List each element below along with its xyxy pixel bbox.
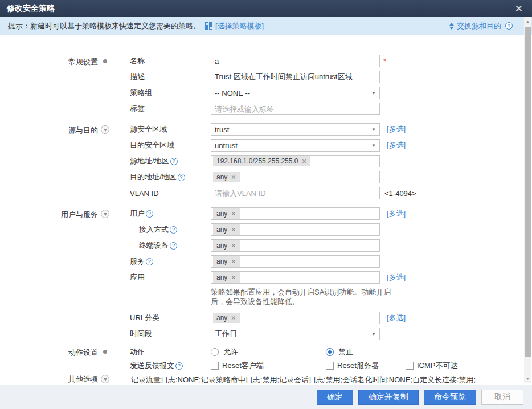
dst-address-tag: any✕ — [213, 172, 240, 182]
checkbox-unchecked-icon[interactable] — [326, 362, 334, 370]
swap-source-dest-control[interactable]: 交换源和目的 ? — [449, 21, 513, 31]
dst-address-tagbox[interactable]: any✕ — [211, 171, 380, 183]
swap-label: 交换源和目的 — [457, 21, 501, 31]
src-address-tag: 192.168.1.0/255.255.255.0✕ — [213, 156, 310, 166]
service-row: 服务? any✕ — [130, 255, 532, 268]
terminal-device-tagbox[interactable]: any✕ — [211, 239, 380, 252]
terminal-device-row: 终端设备? any✕ — [130, 239, 532, 252]
section-action-marker — [103, 350, 107, 354]
description-input[interactable] — [211, 71, 380, 83]
other-options-summary: 记录流量日志:NONE;记录策略命中日志:禁用;记录会话日志:禁用;会话老化时间… — [131, 374, 532, 385]
url-category-tagbox[interactable]: any✕ — [211, 312, 380, 324]
tag-remove-icon[interactable]: ✕ — [231, 274, 236, 281]
terminal-device-label: 终端设备 — [139, 240, 169, 251]
user-multi-select-link[interactable]: [多选] — [387, 208, 406, 219]
vlan-id-input[interactable] — [211, 187, 380, 199]
access-mode-tagbox[interactable]: any✕ — [211, 223, 380, 236]
access-mode-help-icon[interactable]: ? — [170, 226, 177, 234]
section-other-collapse-icon[interactable] — [101, 375, 109, 383]
src-address-tagbox[interactable]: 192.168.1.0/255.255.255.0✕ — [211, 155, 380, 167]
service-label: 服务 — [130, 256, 145, 267]
terminal-device-help-icon[interactable]: ? — [170, 242, 177, 250]
tag-remove-icon[interactable]: ✕ — [301, 158, 306, 165]
terminal-device-tag: any✕ — [213, 240, 240, 251]
section-source-dest-collapse-icon[interactable] — [101, 125, 109, 134]
reset-server-option[interactable]: Reset服务器 — [326, 361, 406, 371]
action-deny-option[interactable]: 禁止 — [326, 347, 353, 357]
section-general-marker — [103, 59, 107, 63]
tag-remove-icon[interactable]: ✕ — [231, 210, 236, 218]
checkbox-unchecked-icon[interactable] — [406, 362, 414, 370]
src-address-row: 源地址/地区? 192.168.1.0/255.255.255.0✕ — [130, 155, 532, 167]
hint-text: 提示：新建时可以基于策略模板来快速定义您需要的策略。 — [8, 21, 200, 31]
scroll-down-icon[interactable]: ▼ — [524, 374, 531, 383]
application-tagbox[interactable]: any✕ — [211, 271, 380, 284]
src-address-help-icon[interactable]: ? — [170, 158, 178, 165]
policy-group-select[interactable]: -- NONE -- ▼ — [211, 87, 380, 99]
section-general: 常规设置 — [0, 57, 98, 67]
application-note: 策略如果配置应用，会自动开启SA识别功能。功能开启后，会导致设备性能降低。 — [211, 287, 393, 306]
command-preview-button[interactable]: 命令预览 — [424, 390, 476, 405]
swap-help-icon[interactable]: ? — [505, 22, 513, 30]
reset-client-label: Reset客户端 — [222, 361, 264, 371]
tags-input[interactable] — [211, 103, 380, 115]
src-zone-label: 源安全区域 — [130, 124, 211, 134]
user-label: 用户 — [130, 208, 145, 219]
time-range-label: 时间段 — [130, 329, 211, 339]
src-zone-value: trust — [215, 125, 229, 134]
application-multi-select-link[interactable]: [多选] — [387, 272, 406, 283]
section-user-service-collapse-icon[interactable] — [101, 210, 109, 218]
radio-checked-icon[interactable] — [326, 348, 334, 356]
section-rail-line — [105, 61, 105, 381]
tag-remove-icon[interactable]: ✕ — [231, 314, 236, 322]
user-tagbox[interactable]: any✕ — [211, 207, 380, 220]
application-tag-value: any — [216, 273, 227, 281]
user-row: 用户? any✕ [多选] — [130, 207, 532, 220]
vertical-scrollbar[interactable]: ▲ ▼ — [524, 17, 531, 383]
user-help-icon[interactable]: ? — [146, 210, 153, 218]
feedback-packet-help-icon[interactable]: ? — [175, 362, 183, 370]
icmp-unreachable-label: ICMP不可达 — [417, 361, 458, 371]
swap-icon — [449, 23, 454, 30]
action-allow-option[interactable]: 允许 — [211, 347, 326, 357]
scroll-up-icon[interactable]: ▲ — [524, 17, 531, 26]
dst-address-row: 目的地址/地区? any✕ — [130, 171, 532, 183]
user-tag-value: any — [216, 210, 227, 218]
checkbox-unchecked-icon[interactable] — [211, 362, 219, 370]
icmp-unreachable-option[interactable]: ICMP不可达 — [406, 361, 458, 371]
template-grid-icon — [205, 22, 212, 30]
select-policy-template-link[interactable]: [选择策略模板] — [215, 21, 264, 31]
reset-client-option[interactable]: Reset客户端 — [211, 361, 326, 371]
tag-remove-icon[interactable]: ✕ — [231, 226, 236, 234]
service-tagbox[interactable]: any✕ — [211, 255, 380, 268]
user-tag: any✕ — [213, 208, 240, 219]
close-icon[interactable]: ✕ — [513, 4, 525, 14]
policy-group-row: 策略组 -- NONE -- ▼ — [130, 87, 532, 99]
src-zone-multi-select-link[interactable]: [多选] — [387, 124, 406, 134]
time-range-select[interactable]: 工作日 ▼ — [211, 328, 380, 340]
ok-button[interactable]: 确定 — [317, 390, 353, 405]
dst-zone-multi-select-link[interactable]: [多选] — [387, 140, 406, 150]
service-help-icon[interactable]: ? — [146, 258, 153, 265]
url-category-multi-select-link[interactable]: [多选] — [387, 313, 406, 323]
src-zone-select[interactable]: trust ▼ — [211, 123, 380, 136]
hint-bar: 提示：新建时可以基于策略模板来快速定义您需要的策略。 [选择策略模板] 交换源和… — [0, 17, 532, 35]
dst-address-help-icon[interactable]: ? — [178, 174, 185, 181]
ok-and-copy-button[interactable]: 确定并复制 — [358, 390, 419, 405]
description-label: 描述 — [130, 72, 211, 82]
access-mode-row: 接入方式? any✕ — [130, 223, 532, 236]
cancel-button[interactable]: 取消 — [481, 390, 523, 405]
application-tag: any✕ — [213, 272, 240, 283]
dst-zone-select[interactable]: untrust ▼ — [211, 139, 380, 152]
radio-unchecked-icon[interactable] — [211, 348, 219, 356]
feedback-packet-row: 发送反馈报文? Reset客户端 Reset服务器 ICMP不可达 — [130, 361, 532, 371]
scrollbar-thumb[interactable] — [525, 27, 531, 357]
action-label: 动作 — [130, 347, 211, 357]
application-label: 应用 — [130, 272, 211, 283]
tag-remove-icon[interactable]: ✕ — [231, 174, 236, 181]
name-input[interactable] — [211, 55, 380, 67]
vlan-id-label: VLAN ID — [130, 189, 211, 198]
src-zone-row: 源安全区域 trust ▼ [多选] — [130, 123, 532, 136]
tag-remove-icon[interactable]: ✕ — [231, 258, 236, 265]
tag-remove-icon[interactable]: ✕ — [231, 242, 236, 250]
